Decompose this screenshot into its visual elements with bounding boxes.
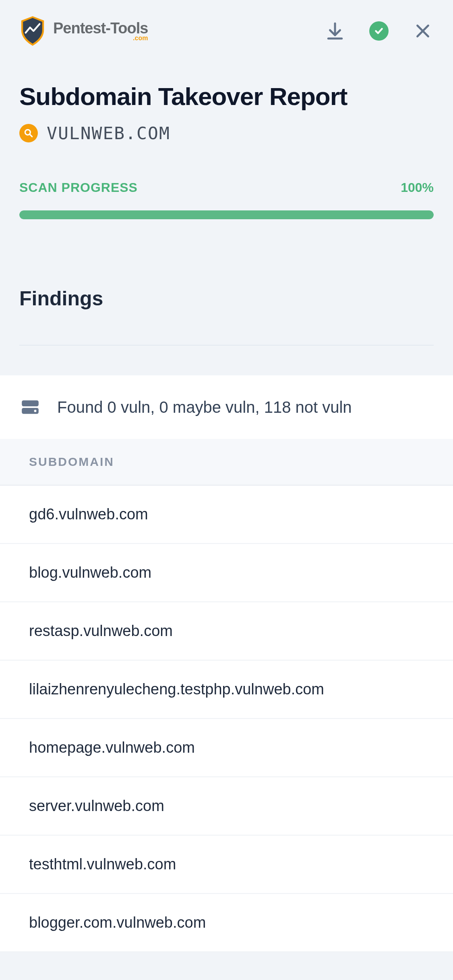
magnifier-icon xyxy=(23,128,34,138)
subdomain-row[interactable]: blog.vulnweb.com xyxy=(0,544,453,602)
status-complete-badge[interactable] xyxy=(369,21,389,41)
table-header: SUBDOMAIN xyxy=(0,439,453,486)
progress-fill xyxy=(19,210,434,219)
table-header-label: SUBDOMAIN xyxy=(29,455,114,468)
main-content: Subdomain Takeover Report VULNWEB.COM SC… xyxy=(0,58,453,952)
checkmark-icon xyxy=(374,26,384,36)
brand-main: Pentest-Tools xyxy=(53,21,148,36)
progress-value: 100% xyxy=(401,180,434,195)
subdomain-row[interactable]: lilaizhenrenyulecheng.testphp.vulnweb.co… xyxy=(0,661,453,719)
findings-summary-text: Found 0 vuln, 0 maybe vuln, 118 not vuln xyxy=(57,398,352,416)
header-actions xyxy=(324,20,434,42)
server-icon xyxy=(20,397,40,417)
findings-summary-card[interactable]: Found 0 vuln, 0 maybe vuln, 118 not vuln xyxy=(0,375,453,439)
target-badge xyxy=(19,124,38,142)
shield-logo-icon xyxy=(19,15,46,47)
target-domain: VULNWEB.COM xyxy=(47,123,170,143)
subdomain-list: gd6.vulnweb.com blog.vulnweb.com restasp… xyxy=(0,486,453,952)
close-icon xyxy=(414,22,432,40)
brand-sub: .com xyxy=(133,35,148,41)
progress-label: SCAN PROGRESS xyxy=(19,180,138,195)
progress-section: SCAN PROGRESS 100% xyxy=(19,180,434,219)
close-button[interactable] xyxy=(412,20,434,42)
brand-logo[interactable]: Pentest-Tools .com xyxy=(19,15,148,47)
header-bar: Pentest-Tools .com xyxy=(0,0,453,58)
progress-bar xyxy=(19,210,434,219)
download-button[interactable] xyxy=(324,20,346,42)
subdomain-row[interactable]: restasp.vulnweb.com xyxy=(0,602,453,661)
subdomain-row[interactable]: testhtml.vulnweb.com xyxy=(0,836,453,894)
svg-rect-1 xyxy=(22,401,39,407)
subdomain-row[interactable]: gd6.vulnweb.com xyxy=(0,486,453,544)
brand-text: Pentest-Tools .com xyxy=(53,21,148,41)
subdomain-row[interactable]: blogger.com.vulnweb.com xyxy=(0,894,453,952)
subdomain-row[interactable]: homepage.vulnweb.com xyxy=(0,719,453,777)
svg-point-3 xyxy=(34,410,37,412)
subdomain-row[interactable]: server.vulnweb.com xyxy=(0,777,453,836)
target-row: VULNWEB.COM xyxy=(19,123,434,143)
findings-title: Findings xyxy=(19,287,434,310)
divider xyxy=(19,345,434,346)
report-title: Subdomain Takeover Report xyxy=(19,83,434,110)
download-icon xyxy=(325,21,345,41)
